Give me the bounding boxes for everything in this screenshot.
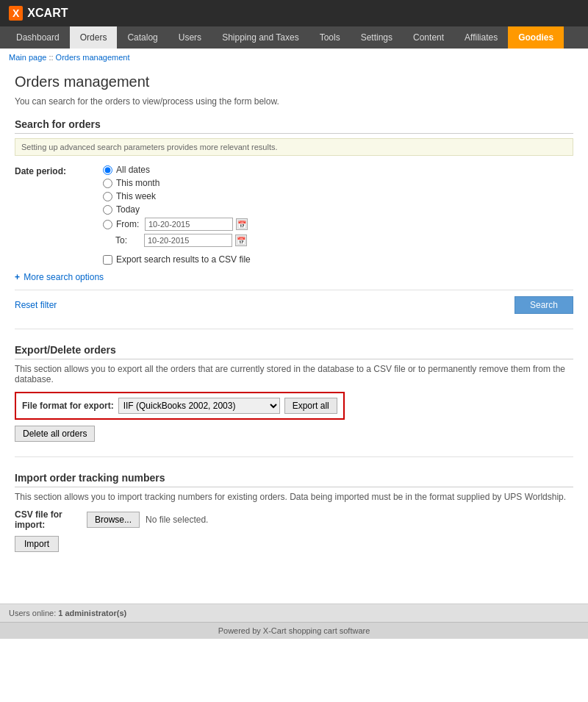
breadcrumb-main[interactable]: Main page [9,53,46,62]
main-content: Orders management You can search for the… [0,66,588,581]
search-bar: Reset filter Search [15,290,573,314]
reset-filter-link[interactable]: Reset filter [15,300,57,310]
csv-export-checkbox[interactable] [103,255,112,265]
export-all-button[interactable]: Export all [284,398,337,414]
breadcrumb-orders[interactable]: Orders management [56,53,130,62]
to-label: To: [115,235,141,246]
nav-shipping[interactable]: Shipping and Taxes [212,26,309,49]
export-section-title: Export/Delete orders [15,344,573,359]
logo-icon: X [9,6,23,21]
import-section: Import order tracking numbers This secti… [15,472,573,552]
to-date-input[interactable] [144,234,232,247]
calendar-icon-to[interactable]: 📅 [235,234,247,246]
main-nav: Dashboard Orders Catalog Users Shipping … [0,26,588,49]
date-period-label: Date period: [15,165,103,176]
powered-by-text: Powered by X-Cart shopping cart software [218,626,370,635]
nav-affiliates[interactable]: Affiliates [454,26,508,49]
import-button[interactable]: Import [15,536,59,552]
file-format-select[interactable]: IIF (QuickBooks 2002, 2003) CSV XML [118,398,280,414]
radio-today-label: Today [116,204,140,215]
users-online-value: 1 administrator(s) [58,609,126,617]
export-description: This section allows you to export all th… [15,364,573,384]
to-row: To: 📅 [115,234,251,247]
nav-settings[interactable]: Settings [351,26,403,49]
search-button[interactable]: Search [514,296,573,314]
users-online-label: Users online: [9,609,56,617]
csv-export-row: Export search results to a CSV file [103,254,251,265]
export-section: Export/Delete orders This section allows… [15,344,573,442]
csv-export-label: Export search results to a CSV file [116,254,251,265]
page-title: Orders management [15,74,573,90]
radio-this-week-label: This week [116,191,156,201]
breadcrumb-sep: :: [49,53,55,62]
nav-dashboard[interactable]: Dashboard [6,26,70,49]
footer-bottom: Powered by X-Cart shopping cart software [0,622,588,639]
import-section-title: Import order tracking numbers [15,472,573,487]
calendar-icon-from[interactable]: 📅 [236,218,248,230]
nav-goodies[interactable]: Goodies [508,26,564,49]
from-row: From: 📅 [103,218,251,231]
header: X XCART [0,0,588,26]
csv-file-row: CSV file for import: Browse... No file s… [15,509,573,530]
search-section-note: Setting up advanced search parameters pr… [15,138,573,156]
date-period-row: Date period: All dates This month This w… [15,165,573,265]
radio-all-dates-label: All dates [116,165,150,175]
logo: X XCART [9,6,68,21]
radio-today[interactable]: Today [103,204,251,215]
breadcrumb: Main page :: Orders management [0,49,588,66]
radio-this-week[interactable]: This week [103,191,251,201]
section-divider-2 [15,456,573,457]
radio-all-dates[interactable]: All dates [103,165,251,175]
page-description: You can search for the orders to view/pr… [15,96,573,107]
nav-catalog[interactable]: Catalog [117,26,168,49]
radio-this-month-label: This month [116,178,159,188]
from-date-input[interactable] [145,218,233,231]
logo-text: XCART [27,7,68,20]
search-section-title: Search for orders [15,118,573,134]
radio-from-input[interactable] [103,220,112,229]
more-options-link[interactable]: More search options [24,272,104,282]
radio-this-week-input[interactable] [103,192,112,201]
from-label: From: [116,219,142,229]
plus-icon: + [15,272,20,282]
csv-file-label: CSV file for import: [15,509,81,530]
nav-content[interactable]: Content [403,26,454,49]
radio-all-dates-input[interactable] [103,165,112,175]
browse-button[interactable]: Browse... [87,512,140,528]
nav-tools[interactable]: Tools [309,26,351,49]
no-file-text: No file selected. [146,515,208,525]
export-highlight-box: File format for export: IIF (QuickBooks … [15,392,345,420]
nav-orders[interactable]: Orders [70,26,118,49]
radio-from[interactable]: From: [103,219,142,229]
section-divider-1 [15,329,573,329]
date-options: All dates This month This week Today [103,165,251,265]
search-section: Search for orders Setting up advanced se… [15,118,573,314]
delete-all-button[interactable]: Delete all orders [15,426,95,442]
radio-this-month[interactable]: This month [103,178,251,188]
radio-today-input[interactable] [103,205,112,215]
import-description: This section allows you to import tracki… [15,492,573,502]
more-options: + More search options [15,272,573,282]
footer: Users online: 1 administrator(s) [0,603,588,622]
file-format-label: File format for export: [22,401,114,411]
radio-this-month-input[interactable] [103,179,112,188]
nav-users[interactable]: Users [168,26,212,49]
